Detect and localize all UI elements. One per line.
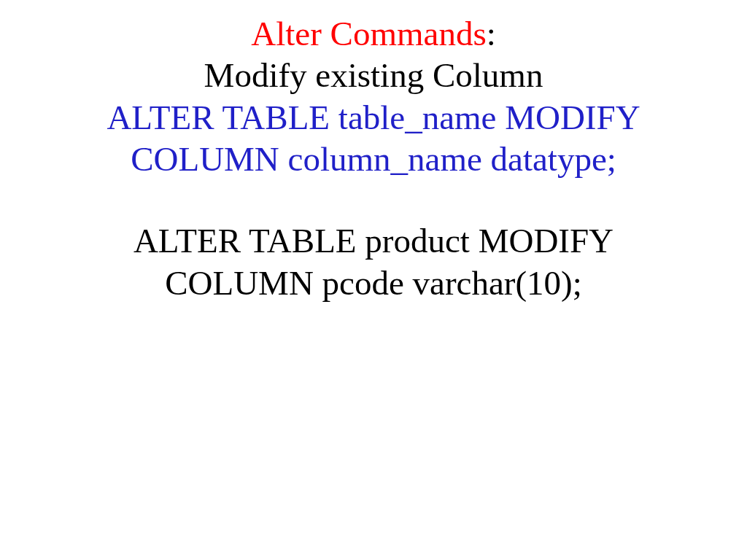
syntax-line-2: COLUMN column_name datatype;: [0, 139, 747, 180]
example-line-1: ALTER TABLE product MODIFY: [0, 220, 747, 262]
spacer: [0, 180, 747, 220]
syntax-line-1: ALTER TABLE table_name MODIFY: [0, 97, 747, 139]
slide-title: Alter Commands: [251, 15, 486, 52]
heading-line: Alter Commands:: [0, 13, 747, 55]
subtitle: Modify existing Column: [0, 55, 747, 96]
slide-content: Alter Commands: Modify existing Column A…: [0, 13, 747, 304]
title-colon: :: [487, 15, 496, 52]
example-line-2: COLUMN pcode varchar(10);: [0, 262, 747, 304]
